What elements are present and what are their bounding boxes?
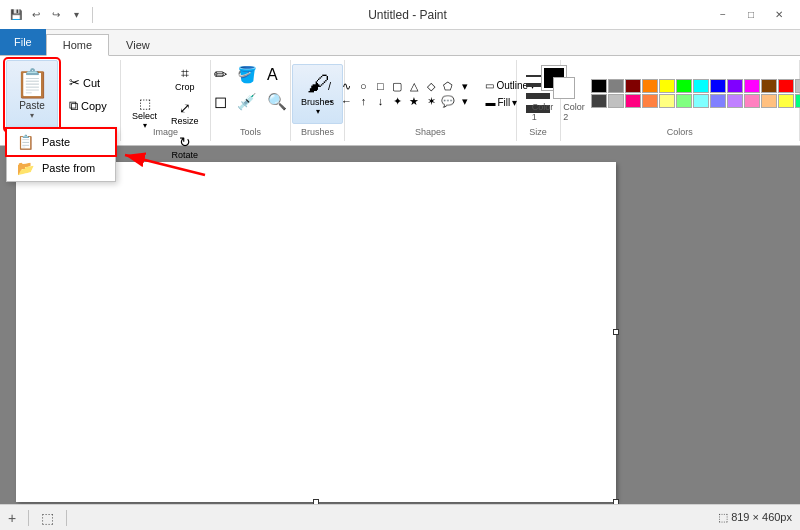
resize-button[interactable]: ⤢ Resize [166, 97, 204, 129]
diamond-shape[interactable]: ◇ [423, 79, 439, 93]
color-swatch-peach[interactable] [761, 94, 777, 108]
crop-button[interactable]: ⌗ Crop [166, 62, 204, 95]
scroll-shape[interactable]: ▾ [457, 79, 473, 93]
color-swatch-mint[interactable] [795, 94, 800, 108]
arrow-right-shape[interactable]: → [321, 94, 337, 108]
paste-menu-icon: 📋 [17, 134, 34, 150]
cut-icon: ✂ [69, 75, 80, 90]
minimize-button[interactable]: − [710, 4, 736, 26]
star5-shape[interactable]: ★ [406, 94, 422, 108]
title-bar: 💾 ↩ ↪ ▾ Untitled - Paint − □ ✕ [0, 0, 800, 30]
paste-button[interactable]: 📋 Paste ▾ [6, 60, 58, 130]
crop-icon: ⌗ [181, 65, 189, 82]
copy-label: Copy [81, 100, 107, 112]
brushes-arrow: ▾ [316, 107, 320, 116]
eraser-icon[interactable]: ◻ [211, 89, 230, 114]
fill-icon[interactable]: 🪣 [234, 62, 260, 87]
color-swatch-magenta[interactable] [744, 79, 760, 93]
color-swatch-brown[interactable] [761, 79, 777, 93]
tab-file[interactable]: File [0, 29, 46, 55]
color-swatch-lightorange[interactable] [642, 94, 658, 108]
status-divider1 [28, 510, 29, 526]
magnify-icon[interactable]: 🔍 [264, 89, 290, 114]
line-shape[interactable]: / [321, 79, 337, 93]
quick-access-toolbar: 💾 ↩ ↪ ▾ [8, 7, 97, 23]
callout-shape[interactable]: 💬 [440, 94, 456, 108]
color-swatch-pink[interactable] [625, 94, 641, 108]
new-button[interactable]: + [8, 510, 16, 526]
paste-from-label: Paste from [42, 162, 95, 174]
resize-handle-br[interactable] [613, 499, 619, 504]
oval-shape[interactable]: ○ [355, 79, 371, 93]
color-swatch-orange[interactable] [642, 79, 658, 93]
dimensions-text: 819 × 460px [731, 511, 792, 523]
curve-shape[interactable]: ∿ [338, 79, 354, 93]
color-swatch-yellow[interactable] [659, 79, 675, 93]
shapes-grid: / ∿ ○ □ ▢ △ ◇ ⬠ ▾ → ← ↑ ↓ ✦ ★ ✶ 💬 [321, 79, 473, 108]
view-icon[interactable]: ⬚ [41, 510, 54, 526]
paste-from-button[interactable]: 📂 Paste from [7, 155, 115, 181]
pentagon-shape[interactable]: ⬠ [440, 79, 456, 93]
roundrect-shape[interactable]: ▢ [389, 79, 405, 93]
paste-label: Paste [19, 100, 45, 111]
paste-dropdown-arrow[interactable]: ▾ [30, 111, 34, 120]
fill-label: Fill [497, 97, 510, 108]
color-swatch-blue[interactable] [710, 79, 726, 93]
pencil-icon[interactable]: ✏ [211, 62, 230, 87]
color-swatch-red[interactable] [778, 79, 794, 93]
redo-icon[interactable]: ↪ [48, 7, 64, 23]
close-button[interactable]: ✕ [766, 4, 792, 26]
color-swatch-cyan[interactable] [693, 79, 709, 93]
eyedropper-icon[interactable]: 💉 [234, 89, 260, 114]
canvas-area[interactable] [0, 146, 800, 504]
paste-icon: 📋 [15, 70, 50, 98]
color-swatch-silver[interactable] [795, 79, 800, 93]
color-swatch-lightgreen[interactable] [676, 94, 692, 108]
resize-handle-mr[interactable] [613, 329, 619, 335]
save-icon[interactable]: 💾 [8, 7, 24, 23]
arrow-down-shape[interactable]: ↓ [372, 94, 388, 108]
color-swatch-lightcyan[interactable] [693, 94, 709, 108]
image-group: ⬚ Select ▾ ⌗ Crop ⤢ Resize ↻ Rotate [121, 60, 211, 141]
color-swatch-purple[interactable] [727, 79, 743, 93]
arrow-left-shape[interactable]: ← [338, 94, 354, 108]
fill-icon: ▬ [485, 97, 495, 108]
scroll2-shape[interactable]: ▾ [457, 94, 473, 108]
arrow-up-shape[interactable]: ↑ [355, 94, 371, 108]
canvas-dimensions: ⬚ 819 × 460px [718, 511, 792, 524]
color-swatch-darkred[interactable] [625, 79, 641, 93]
color-swatch-lightyellow[interactable] [659, 94, 675, 108]
select-label: Select [132, 111, 157, 121]
dropdown-arrow-icon[interactable]: ▾ [68, 7, 84, 23]
undo-icon[interactable]: ↩ [28, 7, 44, 23]
tab-home[interactable]: Home [46, 34, 109, 56]
color-swatch-lavender[interactable] [727, 94, 743, 108]
color-swatch-lightpink[interactable] [744, 94, 760, 108]
size-group-label: Size [517, 127, 560, 137]
tab-view[interactable]: View [109, 33, 167, 55]
resize-icon: ⤢ [179, 100, 191, 116]
canvas[interactable] [16, 162, 616, 502]
color-swatch-brightyellow[interactable] [778, 94, 794, 108]
window-title: Untitled - Paint [105, 8, 710, 22]
clipboard-secondary: ✂ Cut ⧉ Copy [64, 72, 114, 117]
cut-button[interactable]: ✂ Cut [64, 72, 114, 93]
rect-shape[interactable]: □ [372, 79, 388, 93]
color2-swatch[interactable] [554, 78, 574, 98]
text-icon[interactable]: A [264, 63, 281, 87]
color-swatch-lightblue[interactable] [710, 94, 726, 108]
paste-dropdown-paste[interactable]: 📋 Paste [7, 129, 115, 155]
window-controls: − □ ✕ [710, 4, 792, 26]
copy-button[interactable]: ⧉ Copy [64, 95, 114, 117]
color-swatch-gray[interactable] [608, 79, 624, 93]
color-swatch-lime[interactable] [676, 79, 692, 93]
triangle-shape[interactable]: △ [406, 79, 422, 93]
star4-shape[interactable]: ✦ [389, 94, 405, 108]
rotate-label: Rotate [172, 150, 199, 160]
color-swatch-darkgray[interactable] [591, 94, 607, 108]
color-swatch-black[interactable] [591, 79, 607, 93]
color-swatch-lightgray[interactable] [608, 94, 624, 108]
star6-shape[interactable]: ✶ [423, 94, 439, 108]
resize-handle-bm[interactable] [313, 499, 319, 504]
maximize-button[interactable]: □ [738, 4, 764, 26]
